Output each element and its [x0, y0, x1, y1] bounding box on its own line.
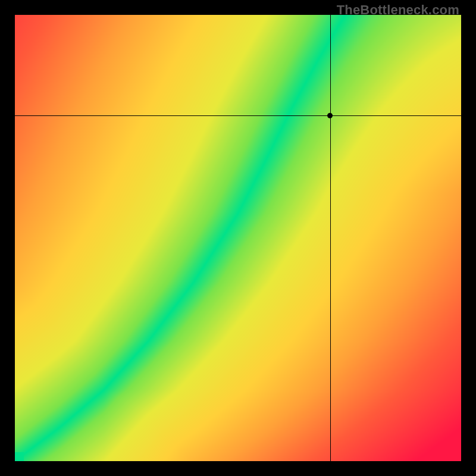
heatmap-plot [15, 15, 461, 461]
heatmap-canvas [15, 15, 461, 461]
